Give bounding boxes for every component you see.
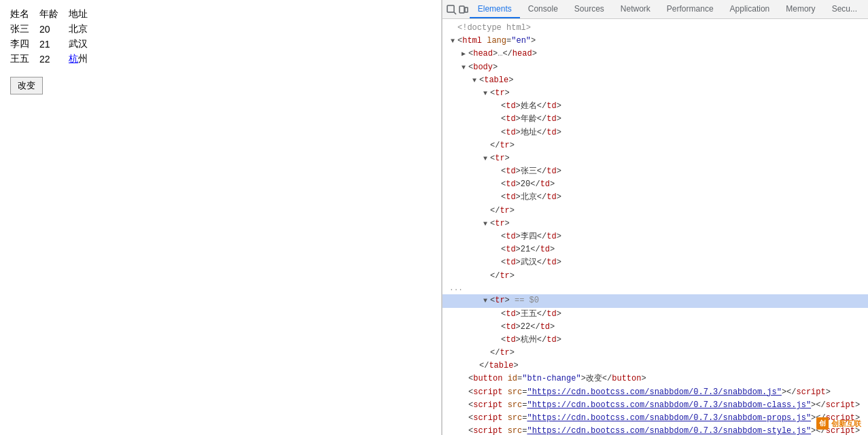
tree-line[interactable]: <td>地址</td> bbox=[442, 126, 868, 139]
triangle-open-icon[interactable] bbox=[481, 88, 490, 99]
tab-network[interactable]: Network bbox=[612, 0, 659, 18]
tree-line[interactable]: <tr> bbox=[442, 152, 868, 165]
svg-line-1 bbox=[454, 12, 456, 14]
tab-sources[interactable]: Sources bbox=[566, 0, 612, 18]
table-row: 张三 20 北京 bbox=[10, 22, 98, 37]
col-header-name: 姓名 bbox=[10, 7, 39, 22]
line-content: <td>21</td> bbox=[501, 245, 555, 254]
tree-line[interactable]: </table> bbox=[442, 360, 868, 372]
table-row: 王五 22 杭州 bbox=[10, 52, 98, 67]
line-content: <script src="https://cdn.bootcss.com/sna… bbox=[468, 387, 831, 397]
line-content: <td>22</td> bbox=[501, 322, 555, 332]
tree-line[interactable]: <table> bbox=[442, 74, 868, 87]
watermark-logo: 创 bbox=[816, 417, 829, 430]
tree-line[interactable]: <td>李四</td> bbox=[442, 230, 868, 243]
svg-rect-3 bbox=[465, 7, 468, 12]
line-content: <script src="https://cdn.bootcss.com/sna… bbox=[468, 400, 860, 410]
cell-age: 22 bbox=[39, 52, 69, 67]
tab-security[interactable]: Secu... bbox=[824, 0, 865, 18]
line-content: <html lang="en"> bbox=[457, 36, 536, 46]
tree-line[interactable]: <body> bbox=[442, 61, 868, 74]
line-content: <td>姓名</td> bbox=[501, 101, 561, 111]
line-content: <tr> bbox=[490, 88, 510, 98]
cell-name: 王五 bbox=[10, 52, 39, 67]
line-content: <td>北京</td> bbox=[501, 192, 561, 202]
triangle-open-icon[interactable] bbox=[448, 36, 457, 47]
device-toolbar-icon[interactable] bbox=[457, 1, 470, 18]
line-content: <td>张三</td> bbox=[501, 167, 561, 176]
tree-line[interactable]: <button id="btn-change">改变</button> bbox=[442, 372, 868, 385]
tree-line[interactable]: <script src="https://cdn.bootcss.com/sna… bbox=[442, 412, 868, 425]
tab-console[interactable]: Console bbox=[520, 0, 566, 18]
line-content: </tr> bbox=[490, 348, 515, 358]
elements-panel-content[interactable]: <!doctype html><html lang="en"><head>…</… bbox=[442, 19, 868, 435]
tree-line[interactable]: <td>武汉</td> bbox=[442, 256, 868, 269]
line-content: <!doctype html> bbox=[457, 23, 531, 33]
tree-line[interactable]: <head>…</head> bbox=[442, 48, 868, 60]
cell-age: 20 bbox=[39, 22, 69, 37]
tree-line[interactable]: <!doctype html> bbox=[442, 22, 868, 35]
line-content: <tr> == $0 bbox=[490, 296, 539, 305]
line-content: <tr> bbox=[490, 219, 510, 228]
line-content: <head>…</head> bbox=[468, 49, 537, 58]
tree-line[interactable]: <td>杭州</td> bbox=[442, 334, 868, 347]
tree-line[interactable]: <script src="https://cdn.bootcss.com/sna… bbox=[442, 399, 868, 412]
tree-line[interactable]: <tr> bbox=[442, 218, 868, 230]
line-content: </tr> bbox=[490, 206, 515, 215]
line-content: <td>武汉</td> bbox=[501, 258, 561, 267]
inspect-element-icon[interactable] bbox=[445, 1, 457, 18]
triangle-open-icon[interactable] bbox=[481, 154, 490, 164]
tree-line[interactable]: <html lang="en"> bbox=[442, 35, 868, 48]
tree-line[interactable]: ... bbox=[442, 283, 868, 295]
devtools-toolbar: Elements Console Sources Network Perform… bbox=[442, 0, 868, 19]
triangle-closed-icon[interactable] bbox=[459, 49, 468, 60]
tree-line[interactable]: <td>21</td> bbox=[442, 243, 868, 256]
tree-line[interactable]: <td>20</td> bbox=[442, 178, 868, 191]
svg-rect-0 bbox=[447, 5, 454, 12]
cell-address: 杭州 bbox=[69, 52, 98, 67]
dots-indicator: ... bbox=[448, 283, 464, 295]
line-content: <td>王五</td> bbox=[501, 309, 561, 319]
tree-line[interactable]: </tr> bbox=[442, 347, 868, 360]
triangle-open-icon[interactable] bbox=[459, 63, 468, 73]
line-content: <td>地址</td> bbox=[501, 128, 561, 137]
svg-rect-2 bbox=[459, 6, 464, 13]
tab-application[interactable]: Application bbox=[722, 0, 778, 18]
triangle-open-icon[interactable] bbox=[481, 219, 490, 230]
line-content: <td>杭州</td> bbox=[501, 335, 561, 345]
tree-line[interactable]: </tr> bbox=[442, 205, 868, 218]
tree-line[interactable]: <script src="https://cdn.bootcss.com/sna… bbox=[442, 386, 868, 399]
tab-elements[interactable]: Elements bbox=[470, 0, 520, 18]
line-content: </tr> bbox=[490, 141, 515, 150]
tab-memory[interactable]: Memory bbox=[778, 0, 823, 18]
line-content: <body> bbox=[468, 63, 498, 72]
line-content: <table> bbox=[479, 75, 513, 85]
tree-line[interactable]: </tr> bbox=[442, 139, 868, 152]
tree-line[interactable]: <td>22</td> bbox=[442, 321, 868, 334]
line-content: <td>20</td> bbox=[501, 179, 555, 189]
cell-address: 北京 bbox=[69, 22, 98, 37]
line-content: </table> bbox=[479, 361, 519, 370]
devtools-tabs: Elements Console Sources Network Perform… bbox=[470, 0, 865, 18]
change-button[interactable]: 改变 bbox=[10, 77, 43, 94]
table-row: 李四 21 武汉 bbox=[10, 37, 98, 52]
cell-name: 李四 bbox=[10, 37, 39, 52]
col-header-address: 地址 bbox=[69, 7, 98, 22]
line-content: <button id="btn-change">改变</button> bbox=[468, 374, 646, 383]
tree-line[interactable]: <td>北京</td> bbox=[442, 191, 868, 204]
tree-line[interactable]: <td>年龄</td> bbox=[442, 113, 868, 126]
tree-line[interactable]: <td>王五</td> bbox=[442, 308, 868, 321]
line-content: <td>李四</td> bbox=[501, 232, 561, 241]
tree-line[interactable]: <script src="https://cdn.bootcss.com/sna… bbox=[442, 425, 868, 435]
tree-line[interactable]: <tr> bbox=[442, 87, 868, 100]
cell-address: 武汉 bbox=[69, 37, 98, 52]
line-content: <td>年龄</td> bbox=[501, 114, 561, 124]
triangle-open-icon[interactable] bbox=[470, 75, 479, 86]
tree-line[interactable]: <td>张三</td> bbox=[442, 165, 868, 178]
tree-line[interactable]: </tr> bbox=[442, 270, 868, 283]
tree-line[interactable]: <td>姓名</td> bbox=[442, 100, 868, 113]
tree-line[interactable]: <tr> == $0 bbox=[442, 294, 868, 307]
triangle-open-icon[interactable] bbox=[481, 296, 490, 307]
tab-performance[interactable]: Performance bbox=[659, 0, 722, 18]
line-content: </tr> bbox=[490, 271, 515, 281]
